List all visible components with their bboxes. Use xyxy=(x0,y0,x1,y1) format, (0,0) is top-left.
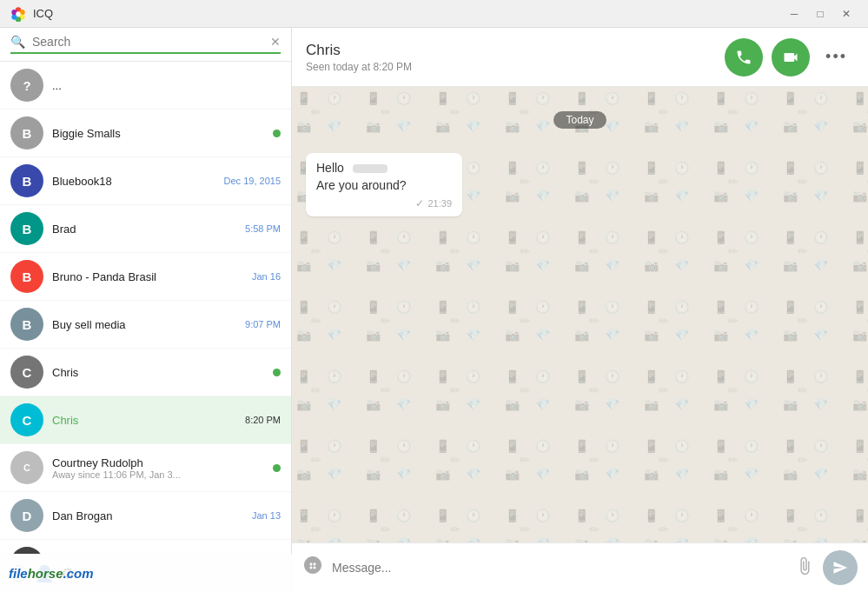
send-icon xyxy=(832,560,848,575)
contact-info: ... xyxy=(52,79,275,92)
more-dots-icon: ••• xyxy=(825,48,847,66)
contact-name: Brad xyxy=(52,223,240,236)
online-indicator xyxy=(273,130,281,137)
list-item-active[interactable]: C Chris 8:20 PM xyxy=(0,396,291,444)
contact-list: ? ... B Biggie Smalls B Blu xyxy=(0,62,291,554)
main-layout: 🔍 ✕ ? ... B Biggie Smalls xyxy=(0,28,868,592)
emoji-button[interactable] xyxy=(302,555,323,581)
list-item[interactable]: B Bruno - Panda Brasil Jan 16 xyxy=(0,253,291,301)
avatar: B xyxy=(10,308,43,341)
contact-meta: 5:58 PM xyxy=(245,223,281,234)
maximize-button[interactable]: □ xyxy=(809,5,832,23)
avatar: B xyxy=(10,164,43,197)
chat-header: Chris Seen today at 8:20 PM ••• xyxy=(292,28,868,87)
contact-meta: Jan 16 xyxy=(252,271,281,282)
avatar: C xyxy=(10,356,43,389)
settings-icon: ⚙ xyxy=(61,564,75,583)
list-item[interactable]: B Buy sell media 9:07 PM xyxy=(0,301,291,349)
contact-time: Jan 16 xyxy=(252,271,281,282)
contact-info: Bluebook18 xyxy=(52,175,219,188)
contacts-icon: 👤 xyxy=(35,564,54,583)
contact-time: 8:20 PM xyxy=(245,415,281,425)
sidebar-bottom: 🕐 👤 ⚙ xyxy=(0,554,291,592)
contact-info: Chris xyxy=(52,414,240,427)
contact-info: Buy sell media xyxy=(52,318,240,331)
contact-meta: 9:07 PM xyxy=(245,319,281,329)
message-text-line1: Hello xyxy=(316,160,452,177)
app-title: ICQ xyxy=(33,7,53,20)
message-text-line2: Are you around? xyxy=(316,177,452,195)
emoji-icon xyxy=(302,555,323,575)
attachment-button[interactable] xyxy=(795,556,814,580)
contact-info: Biggie Smalls xyxy=(52,127,268,140)
contact-time: Dec 19, 2015 xyxy=(224,176,281,186)
contact-name: Bruno - Panda Brasil xyxy=(52,270,247,283)
contact-time: 5:58 PM xyxy=(245,223,281,234)
list-item[interactable]: B Bluebook18 Dec 19, 2015 xyxy=(0,157,291,205)
contact-meta xyxy=(273,464,281,472)
clock-icon: 🕐 xyxy=(9,564,28,583)
minimize-button[interactable]: ─ xyxy=(783,5,805,23)
avatar: B xyxy=(10,260,43,293)
contact-name: Courtney Rudolph xyxy=(52,456,268,469)
more-options-button[interactable]: ••• xyxy=(818,44,854,70)
message-time: 21:39 xyxy=(427,198,452,209)
message-tick: ✓ xyxy=(415,197,424,210)
contact-name: Buy sell media xyxy=(52,318,240,331)
list-item[interactable]: D Dan The Man Jan 11 xyxy=(0,540,291,554)
video-call-button[interactable] xyxy=(772,38,810,76)
chat-messages: 📱 🕐 📷 💎 ✏ Today xyxy=(292,87,868,542)
video-icon xyxy=(782,49,799,66)
chat-status: Seen today at 8:20 PM xyxy=(306,61,412,73)
phone-icon xyxy=(735,49,752,66)
search-clear-button[interactable]: ✕ xyxy=(270,35,281,49)
titlebar: ICQ ─ □ ✕ xyxy=(0,0,868,28)
close-button[interactable]: ✕ xyxy=(835,5,858,23)
search-bar: 🔍 ✕ xyxy=(0,28,291,62)
titlebar-left: ICQ xyxy=(10,6,53,22)
avatar: B xyxy=(10,116,43,150)
date-badge: Today xyxy=(553,111,606,129)
contact-info: Brad xyxy=(52,223,240,236)
contact-meta xyxy=(273,130,281,137)
message-meta: ✓ 21:39 xyxy=(316,197,452,210)
contact-info: Bruno - Panda Brasil xyxy=(52,270,247,283)
contact-name: Bluebook18 xyxy=(52,175,219,188)
contact-time: 9:07 PM xyxy=(245,319,281,329)
chat-header-info: Chris Seen today at 8:20 PM xyxy=(306,42,412,73)
contact-name: Biggie Smalls xyxy=(52,127,268,140)
list-item[interactable]: C Courtney Rudolph Away since 11:06 PM, … xyxy=(0,444,291,492)
date-divider: Today xyxy=(306,111,854,129)
avatar: D xyxy=(10,499,43,532)
list-item[interactable]: D Dan Brogan Jan 13 xyxy=(0,492,291,540)
send-button[interactable] xyxy=(823,550,858,585)
contact-meta: Dec 19, 2015 xyxy=(224,176,281,186)
contact-meta xyxy=(273,369,281,376)
list-item[interactable]: B Biggie Smalls xyxy=(0,110,291,157)
paperclip-icon xyxy=(795,556,814,575)
message-bubble: Hello Are you around? ✓ 21:39 xyxy=(306,153,462,216)
contact-name: Dan Brogan xyxy=(52,509,247,522)
message-input[interactable] xyxy=(332,561,786,575)
list-item[interactable]: B Brad 5:58 PM xyxy=(0,205,291,253)
contact-name: Chris xyxy=(52,366,268,379)
phone-call-button[interactable] xyxy=(725,38,763,76)
contact-subtitle: Away since 11:06 PM, Jan 3... xyxy=(52,469,268,480)
avatar: B xyxy=(10,212,43,245)
contact-meta: 8:20 PM xyxy=(245,415,281,425)
contact-name: ... xyxy=(52,79,275,92)
contact-info: Chris xyxy=(52,366,268,379)
contact-info: Dan Brogan xyxy=(52,509,247,522)
search-input[interactable] xyxy=(32,35,270,49)
avatar: D xyxy=(10,547,43,554)
list-item[interactable]: ? ... xyxy=(0,62,291,110)
avatar: C xyxy=(10,403,43,436)
chat-area: Chris Seen today at 8:20 PM ••• xyxy=(292,28,868,592)
search-icon: 🔍 xyxy=(10,35,25,49)
contact-info: Courtney Rudolph Away since 11:06 PM, Ja… xyxy=(52,456,268,480)
window-controls: ─ □ ✕ xyxy=(783,5,858,23)
messages-content: Today Hello Are you around? ✓ 21:39 xyxy=(306,101,854,216)
online-indicator xyxy=(273,369,281,376)
list-item[interactable]: C Chris xyxy=(0,349,291,396)
sidebar: 🔍 ✕ ? ... B Biggie Smalls xyxy=(0,28,292,592)
